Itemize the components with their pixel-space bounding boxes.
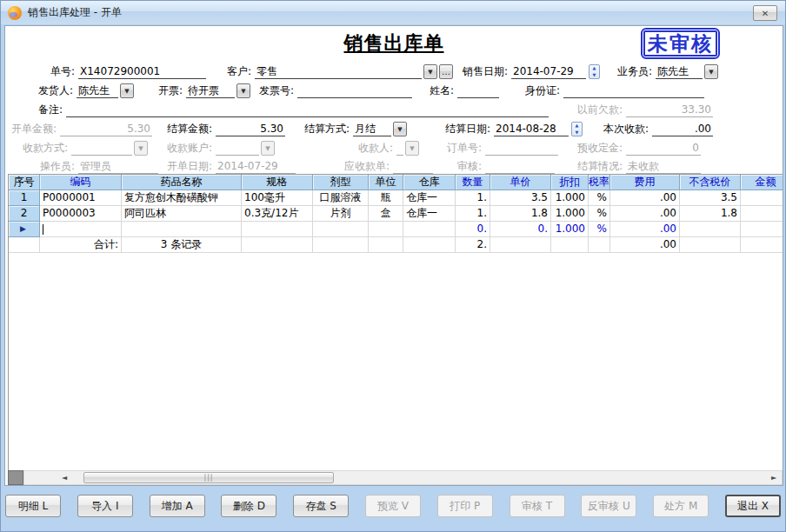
grid-cell-r4c11[interactable] bbox=[589, 237, 610, 253]
grid-cell-r1c8[interactable]: 1. bbox=[456, 190, 490, 206]
close-button[interactable]: ✕ bbox=[753, 5, 777, 21]
current-receipt-input[interactable]: .00 bbox=[652, 122, 713, 136]
add-button[interactable]: 增加 A bbox=[150, 495, 205, 517]
grid-row-header[interactable]: ▶3 bbox=[9, 222, 40, 237]
grid-cell-r4c4[interactable] bbox=[242, 237, 313, 253]
grid-cell-r4c8[interactable]: 2. bbox=[456, 237, 490, 253]
title-bar[interactable]: 销售出库处理 - 开单 ✕ bbox=[1, 1, 785, 24]
settle-amount-input[interactable]: 5.30 bbox=[216, 122, 285, 136]
grid-cell-r2c2[interactable]: P0000003 bbox=[40, 206, 122, 222]
grid-cell-r3c2[interactable] bbox=[40, 222, 122, 237]
grid-cell-r2c11[interactable]: % bbox=[589, 206, 610, 222]
grid-cell-r3c5[interactable] bbox=[313, 222, 369, 237]
grid-header-discount[interactable]: 折扣 bbox=[551, 175, 589, 190]
name-input[interactable] bbox=[457, 83, 499, 98]
grid-cell-r3c8[interactable]: 0. bbox=[456, 222, 490, 237]
scrollbar-track[interactable]: ◄ ||| ► bbox=[23, 470, 783, 485]
grid-cell-r1c6[interactable]: 瓶 bbox=[369, 190, 403, 206]
grid-header-seq[interactable]: 序号 bbox=[9, 175, 40, 190]
grid-header-dosage-form[interactable]: 剂型 bbox=[313, 175, 369, 190]
grid-cell-r4c5[interactable] bbox=[313, 237, 369, 253]
grid-header-code[interactable]: 编码 bbox=[40, 175, 122, 190]
grid-cell-r4c12[interactable]: .00 bbox=[610, 237, 680, 253]
grid-cell-r1c14[interactable] bbox=[741, 190, 783, 206]
grid-cell-r3c11[interactable]: % bbox=[589, 222, 610, 237]
grid-header-qty[interactable]: 数量 bbox=[456, 175, 490, 190]
scroll-right-arrow-icon[interactable]: ► bbox=[768, 471, 780, 484]
sales-date-spinner[interactable]: ▲▼ bbox=[589, 64, 600, 79]
salesman-input[interactable]: 陈先生 bbox=[656, 64, 703, 79]
order-no-input[interactable]: X14072900001 bbox=[78, 64, 206, 79]
grid-header-price-excl-tax[interactable]: 不含税价 bbox=[680, 175, 741, 190]
grid-cell-r1c12[interactable]: .00 bbox=[610, 190, 680, 206]
grid-cell-r3c10[interactable]: 1.000 bbox=[551, 222, 589, 237]
save-button[interactable]: 存盘 S bbox=[293, 495, 349, 517]
grid-header-warehouse[interactable]: 仓库 bbox=[403, 175, 456, 190]
scroll-left-arrow-icon[interactable]: ◄ bbox=[57, 471, 71, 484]
grid-header-price[interactable]: 单价 bbox=[490, 175, 551, 190]
grid-cell-r2c3[interactable]: 阿司匹林 bbox=[122, 206, 242, 222]
grid-cell-r3c7[interactable] bbox=[403, 222, 456, 237]
scrollbar-thumb[interactable]: ||| bbox=[83, 472, 334, 483]
grid-cell-r4c7[interactable] bbox=[403, 237, 456, 253]
grid-cell-r2c6[interactable]: 盒 bbox=[369, 206, 403, 222]
grid-cell-r4c14[interactable] bbox=[741, 237, 783, 253]
settle-date-input[interactable]: 2014-08-28 bbox=[494, 122, 569, 136]
invoicing-input[interactable]: 待开票 bbox=[186, 83, 235, 98]
customer-browse-button[interactable]: … bbox=[439, 64, 453, 79]
grid-cell-r2c8[interactable]: 1. bbox=[456, 206, 490, 222]
grid-header-spec[interactable]: 规格 bbox=[242, 175, 313, 190]
salesman-dropdown-button[interactable]: ▼ bbox=[704, 64, 718, 79]
shipper-input[interactable]: 陈先生 bbox=[77, 83, 118, 98]
grid-cell-r3c6[interactable] bbox=[369, 222, 403, 237]
grid-cell-r1c7[interactable]: 仓库一 bbox=[403, 190, 456, 206]
grid-cell-r1c5[interactable]: 口服溶液 bbox=[313, 190, 369, 206]
grid-header-fee[interactable]: 费用 bbox=[610, 175, 680, 190]
grid-row-header[interactable]: 1 bbox=[9, 190, 40, 206]
grid-cell-r1c2[interactable]: P0000001 bbox=[40, 190, 122, 206]
grid-cell-r4c9[interactable] bbox=[490, 237, 551, 253]
grid-cell-r2c13[interactable]: 1.8 bbox=[680, 206, 741, 222]
grid-cell-r2c7[interactable]: 仓库一 bbox=[403, 206, 456, 222]
grid-cell-r4c6[interactable] bbox=[369, 237, 403, 253]
grid-cell-r1c13[interactable]: 3.5 bbox=[680, 190, 741, 206]
grid-row-header[interactable]: 2 bbox=[9, 206, 40, 222]
grid-cell-r4c3[interactable]: 3 条记录 bbox=[122, 237, 242, 253]
grid-cell-r1c10[interactable]: 1.000 bbox=[551, 190, 589, 206]
grid-cell-r2c12[interactable]: .00 bbox=[610, 206, 680, 222]
detail-button[interactable]: 明细 L bbox=[5, 495, 61, 517]
grid-cell-r3c13[interactable] bbox=[680, 222, 741, 237]
grid-cell-r1c9[interactable]: 3.5 bbox=[490, 190, 551, 206]
grid-cell-r3c3[interactable] bbox=[122, 222, 242, 237]
grid-row-header[interactable] bbox=[9, 237, 40, 253]
exit-button[interactable]: 退出 X bbox=[725, 495, 781, 517]
grid-cell-r3c9[interactable]: 0. bbox=[490, 222, 551, 237]
grid-cell-r2c10[interactable]: 1.000 bbox=[551, 206, 589, 222]
settle-method-dropdown-button[interactable]: ▼ bbox=[393, 122, 407, 136]
grid-cell-r3c14[interactable] bbox=[741, 222, 783, 237]
grid-cell-r3c4[interactable] bbox=[242, 222, 313, 237]
shipper-dropdown-button[interactable]: ▼ bbox=[120, 83, 134, 98]
grid-cell-r3c12[interactable]: .00 bbox=[610, 222, 680, 237]
grid-header-drug-name[interactable]: 药品名称 bbox=[122, 175, 242, 190]
import-button[interactable]: 导入 I bbox=[77, 495, 133, 517]
grid-header-tax-rate[interactable]: 税率 bbox=[589, 175, 610, 190]
grid-header-unit[interactable]: 单位 bbox=[369, 175, 403, 190]
grid-cell-r2c14[interactable] bbox=[741, 206, 783, 222]
id-card-input[interactable] bbox=[563, 83, 704, 98]
grid-cell-r4c10[interactable] bbox=[551, 237, 589, 253]
grid-cell-r4c2[interactable]: 合计: bbox=[40, 237, 122, 253]
grid-cell-r1c11[interactable]: % bbox=[589, 190, 610, 206]
grid-cell-r2c4[interactable]: 0.3克/12片 bbox=[242, 206, 313, 222]
invoicing-dropdown-button[interactable]: ▼ bbox=[236, 83, 250, 98]
delete-button[interactable]: 删除 D bbox=[221, 495, 276, 517]
grid-cell-r1c4[interactable]: 100毫升 bbox=[242, 190, 313, 206]
customer-dropdown-button[interactable]: ▼ bbox=[423, 64, 437, 79]
remark-input[interactable] bbox=[66, 103, 549, 117]
grid-cell-r2c5[interactable]: 片剂 bbox=[313, 206, 369, 222]
sales-date-input[interactable]: 2014-07-29 bbox=[511, 64, 586, 79]
settle-method-input[interactable]: 月结 bbox=[353, 122, 391, 136]
grid-cell-r1c3[interactable]: 复方愈创木酚磺酸钾 bbox=[122, 190, 242, 206]
grid-cell-r2c9[interactable]: 1.8 bbox=[490, 206, 551, 222]
invoice-no-input[interactable] bbox=[297, 83, 412, 98]
